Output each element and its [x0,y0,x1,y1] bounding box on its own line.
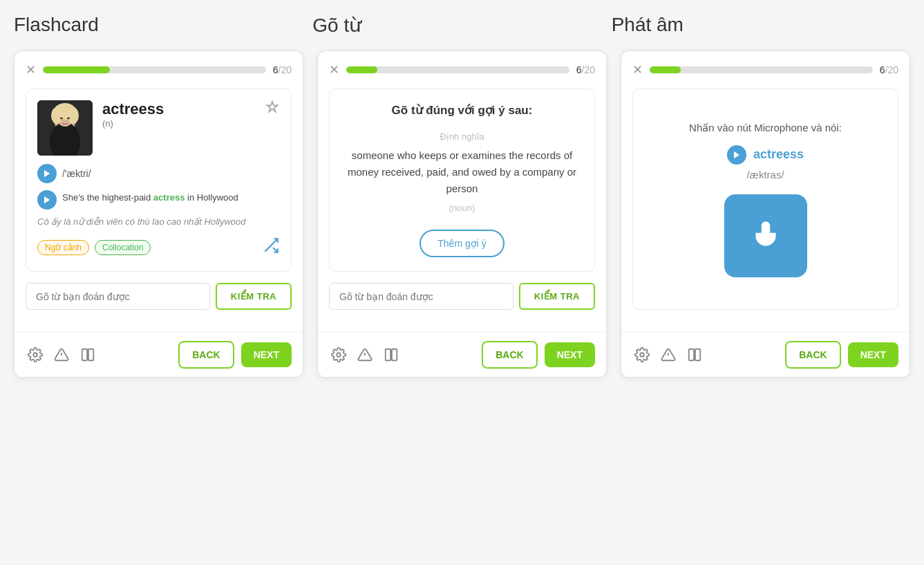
shuffle-icon[interactable] [262,237,280,259]
pin-icon[interactable] [265,100,280,119]
svg-rect-22 [392,349,397,361]
phat-am-close-btn[interactable]: ✕ [632,62,643,77]
svg-rect-31 [695,349,700,361]
go-tu-back-btn[interactable]: BACK [482,341,537,369]
svg-marker-23 [734,151,739,158]
go-tu-input-row: KIỂM TRA [329,283,595,310]
flashcard-phonetic-row: /'æktri/ [37,164,280,183]
phat-am-warning-icon[interactable] [659,345,678,364]
phat-am-bookmark-icon[interactable] [685,345,704,364]
flashcard-bookmark-icon[interactable] [78,345,97,364]
flashcard-word-header: actreess (n) [37,100,280,156]
flashcard-pos: (n) [102,118,164,129]
svg-marker-10 [44,196,50,204]
flashcard-translation: Cô ấy là nữ diễn viên có thù lao cao nhấ… [37,216,280,227]
flashcard-example-audio-btn[interactable] [37,190,57,210]
svg-rect-30 [689,349,694,361]
svg-rect-16 [82,349,87,361]
go-tu-close-btn[interactable]: ✕ [329,62,339,77]
phat-am-footer: BACK NEXT [621,332,909,377]
flashcard-example: She's the highest-paid actress in Hollyw… [62,191,238,205]
phat-am-progress-fill [650,66,681,73]
phat-am-progress-label: 6/20 [880,64,898,75]
flashcard-collocation-tag[interactable]: Collocation [95,240,151,255]
phat-am-progress-track [650,66,873,73]
go-tu-them-goi-y-btn[interactable]: Thêm gợi ý [419,230,504,257]
svg-point-8 [67,118,70,120]
flashcard-progress-fill [43,66,110,73]
flashcard-settings-icon[interactable] [26,345,45,364]
flashcard-word-info: actreess (n) [102,100,164,129]
svg-point-13 [33,353,37,357]
flashcard-warning-icon[interactable] [52,345,71,364]
flashcard-context-tag[interactable]: Ngữ cảnh [37,240,89,255]
svg-marker-9 [44,170,50,178]
svg-point-18 [337,353,341,357]
flashcard-back-btn[interactable]: BACK [178,341,234,369]
go-tu-definition: someone who keeps or examines the record… [343,147,581,197]
go-tu-guess-input[interactable] [329,283,513,310]
flashcard-word-image [37,100,93,156]
phat-am-audio-btn[interactable] [727,145,746,165]
go-tu-pos: (noun) [449,203,475,213]
go-tu-next-btn[interactable]: NEXT [545,342,595,367]
phat-am-card: Nhấn vào nút Microphone và nói: actreess… [632,89,898,310]
go-tu-definition-label: Định nghĩa [440,131,484,142]
phat-am-back-btn[interactable]: BACK [785,341,840,369]
flashcard-input-row: KIỂM TRA [26,283,292,310]
flashcard-phonetic: /'æktri/ [62,168,91,179]
go-tu-title: Gõ từ đúng với gợi ý sau: [392,103,533,118]
go-tu-panel: ✕ 6/20 Gõ từ đúng với gợi ý sau: Định ng… [317,50,607,378]
phat-am-heading: Phát âm [612,14,910,37]
svg-point-6 [68,107,79,124]
flashcard-tag-row: Ngữ cảnh Collocation [37,237,280,259]
go-tu-settings-icon[interactable] [329,345,348,364]
phat-am-instruction: Nhấn vào nút Microphone và nói: [689,122,842,134]
svg-point-5 [51,107,62,124]
svg-rect-17 [88,349,93,361]
flashcard-progress-label: 6/20 [273,64,292,75]
go-tu-progress-fill [346,66,377,73]
svg-point-27 [640,353,644,357]
microphone-btn[interactable] [724,194,807,277]
phat-am-panel: ✕ 6/20 Nhấn vào nút Microphone và nói: [621,50,910,378]
go-tu-progress-row: ✕ 6/20 [329,62,595,77]
flashcard-panel: ✕ 6/20 [14,50,303,378]
svg-point-7 [60,118,63,120]
phat-am-settings-icon[interactable] [632,345,652,364]
go-tu-progress-label: 6/20 [576,64,595,75]
flashcard-word-img-group: actreess (n) [37,100,164,156]
flashcard-guess-input[interactable] [26,283,210,310]
flashcard-example-highlight: actress [153,192,185,203]
go-tu-heading: Gõ từ [312,14,611,37]
flashcard-example-row: She's the highest-paid actress in Hollyw… [37,190,280,210]
phat-am-word-row: actreess [727,145,804,165]
svg-rect-21 [386,349,390,361]
go-tu-check-btn[interactable]: KIỂM TRA [519,283,595,310]
phat-am-phonetic: /æktras/ [746,169,784,180]
flashcard-word: actreess [102,100,164,118]
flashcard-progress-row: ✕ 6/20 [26,62,292,77]
phat-am-progress-row: ✕ 6/20 [632,62,898,77]
go-tu-footer: BACK NEXT [318,332,606,377]
flashcard-audio-btn[interactable] [37,164,57,183]
phat-am-word: actreess [753,147,804,162]
phat-am-next-btn[interactable]: NEXT [848,342,898,367]
flashcard-check-btn[interactable]: KIỂM TRA [216,283,292,310]
flashcard-footer: BACK NEXT [15,332,303,377]
flashcard-next-btn[interactable]: NEXT [241,342,292,367]
go-tu-card: Gõ từ đúng với gợi ý sau: Định nghĩa som… [329,89,595,272]
go-tu-warning-icon[interactable] [355,345,375,364]
go-tu-progress-track [346,66,569,73]
flashcard-progress-track [43,66,266,73]
flashcard-close-btn[interactable]: ✕ [26,62,36,77]
flashcard-card: actreess (n) [26,89,292,272]
flashcard-heading: Flashcard [14,14,312,37]
go-tu-bookmark-icon[interactable] [381,345,401,364]
